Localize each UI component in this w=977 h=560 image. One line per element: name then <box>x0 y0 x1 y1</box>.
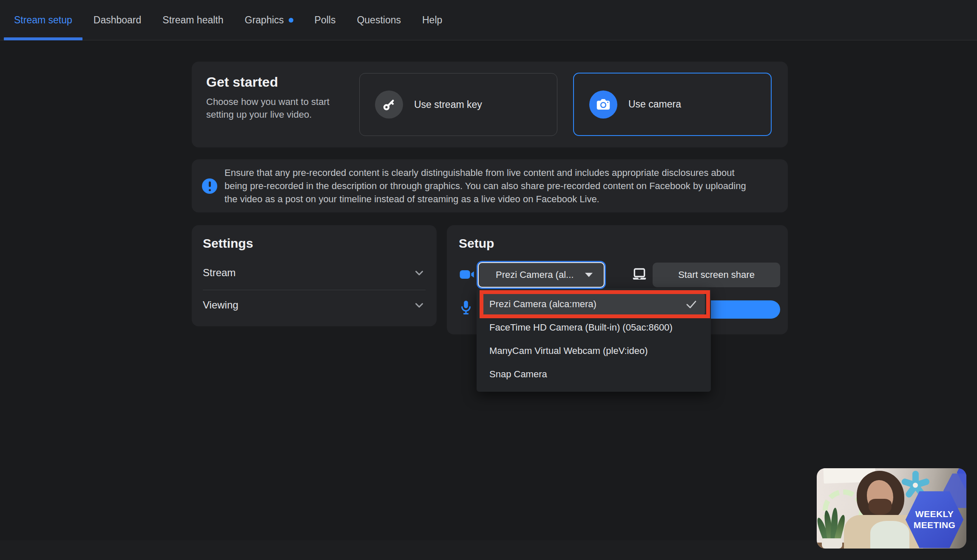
settings-title: Settings <box>203 236 253 251</box>
settings-card: Settings Stream Viewing <box>192 225 437 326</box>
tab-dashboard[interactable]: Dashboard <box>94 0 142 40</box>
get-started-card: Get started Choose how you want to start… <box>192 62 788 147</box>
option-label: Use camera <box>628 99 681 110</box>
plant-pot <box>822 538 842 549</box>
caret-down-icon <box>585 273 593 277</box>
presenter-person <box>852 471 916 549</box>
chevron-down-icon <box>413 266 426 279</box>
tab-label: Questions <box>357 14 401 26</box>
camera-option-prezi[interactable]: Prezi Camera (alca:mera) <box>483 294 705 314</box>
check-icon <box>684 297 698 311</box>
start-screen-share-button[interactable]: Start screen share <box>653 263 780 287</box>
use-camera-button[interactable]: Use camera <box>573 73 772 136</box>
camera-icon <box>589 91 617 119</box>
option-label: Use stream key <box>414 99 482 110</box>
section-label: Stream <box>203 267 236 279</box>
tab-questions[interactable]: Questions <box>357 0 401 40</box>
video-camera-icon <box>459 266 476 285</box>
option-label: FaceTime HD Camera (Built-in) (05ac:8600… <box>489 322 673 333</box>
key-icon <box>375 91 403 119</box>
prerecorded-content-notice: Ensure that any pre-recorded content is … <box>192 159 788 212</box>
top-nav: Stream setup Dashboard Stream health Gra… <box>0 0 977 40</box>
graphics-notification-dot <box>289 18 293 23</box>
tab-graphics[interactable]: Graphics <box>245 0 293 40</box>
person-shirt <box>870 521 909 549</box>
potted-plant <box>817 506 854 549</box>
microphone-icon <box>459 297 473 320</box>
person-beard <box>869 499 892 515</box>
get-started-title: Get started <box>206 74 278 90</box>
camera-option-facetime[interactable]: FaceTime HD Camera (Built-in) (05ac:8600… <box>477 316 711 339</box>
laptop-icon <box>631 266 648 285</box>
settings-divider <box>203 290 426 290</box>
tab-stream-setup[interactable]: Stream setup <box>14 0 72 40</box>
option-label: ManyCam Virtual Webcam (pleV:ideo) <box>489 345 648 356</box>
tab-stream-health[interactable]: Stream health <box>162 0 223 40</box>
live-producer-app: Stream setup Dashboard Stream health Gra… <box>0 0 977 560</box>
tab-label: Polls <box>315 14 336 26</box>
info-icon <box>202 178 217 194</box>
chevron-down-icon <box>413 299 426 311</box>
tab-label: Graphics <box>245 14 284 26</box>
camera-option-manycam[interactable]: ManyCam Virtual Webcam (pleV:ideo) <box>477 339 711 362</box>
weekly-meeting-label: WEEKLY MEETING <box>906 509 963 531</box>
setup-title: Setup <box>459 236 494 251</box>
settings-section-viewing[interactable]: Viewing <box>203 294 426 316</box>
camera-select-dropdown[interactable]: Prezi Camera (al... <box>478 262 605 288</box>
tab-label: Stream health <box>162 14 223 26</box>
webcam-preview: WEEKLY MEETING <box>817 468 966 549</box>
option-label: Prezi Camera (alca:mera) <box>489 299 596 310</box>
camera-option-snap[interactable]: Snap Camera <box>477 362 711 386</box>
tab-label: Help <box>422 14 442 26</box>
camera-select-value: Prezi Camera (al... <box>496 269 574 280</box>
notice-text: Ensure that any pre-recorded content is … <box>224 166 756 206</box>
get-started-description: Choose how you want to start setting up … <box>206 96 338 121</box>
camera-dropdown-menu: Prezi Camera (alca:mera) FaceTime HD Cam… <box>477 288 711 392</box>
tab-help[interactable]: Help <box>422 0 442 40</box>
tab-label: Dashboard <box>94 14 142 26</box>
section-label: Viewing <box>203 299 239 311</box>
use-stream-key-button[interactable]: Use stream key <box>359 73 557 136</box>
tab-label: Stream setup <box>14 14 72 26</box>
option-label: Snap Camera <box>489 369 547 380</box>
tab-polls[interactable]: Polls <box>315 0 336 40</box>
settings-section-stream[interactable]: Stream <box>203 262 426 284</box>
